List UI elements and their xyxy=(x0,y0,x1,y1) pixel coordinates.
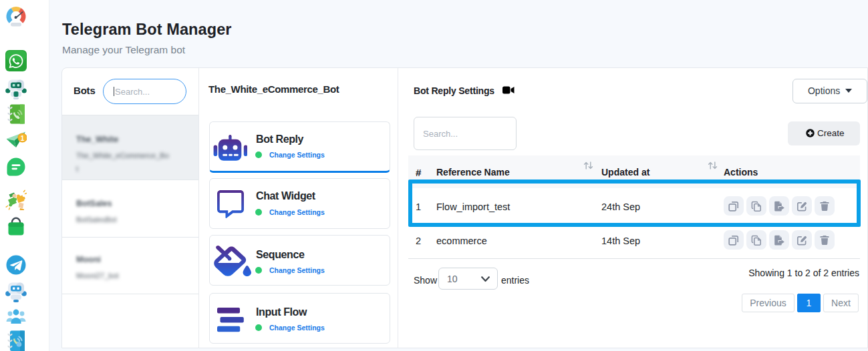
svg-text:1: 1 xyxy=(21,135,25,142)
